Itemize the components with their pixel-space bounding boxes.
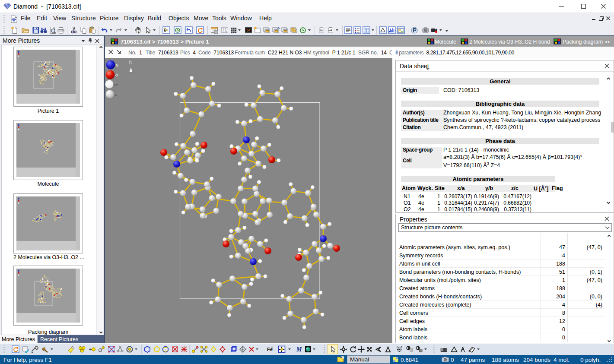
svg-text:Fe: Fe — [267, 347, 273, 352]
svg-text:C: C — [115, 93, 117, 97]
svg-text:M: M — [296, 346, 302, 353]
svg-text:b: b — [129, 59, 132, 66]
svg-text:H*: H* — [114, 83, 118, 87]
svg-text:O: O — [115, 73, 118, 77]
svg-text:N: N — [116, 63, 118, 67]
